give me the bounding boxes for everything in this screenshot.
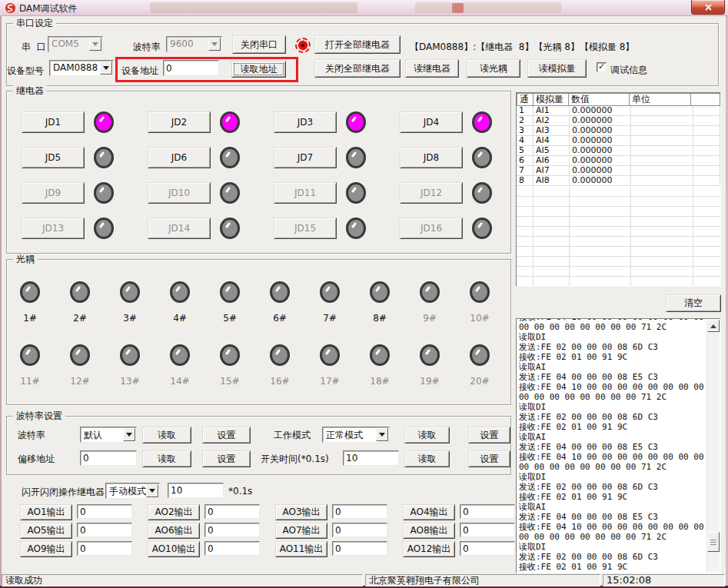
relay-button[interactable]: JD6 — [148, 147, 211, 168]
read-analog-button[interactable]: 读模拟量 — [527, 59, 587, 78]
switch-time-input[interactable] — [343, 450, 399, 466]
baud-cfg-select[interactable]: 默认 — [80, 427, 137, 443]
read-relay-button[interactable]: 读继电器 — [405, 59, 459, 78]
model-label: 设备型号 — [7, 65, 44, 78]
ao-output-button[interactable]: AO10输出 — [148, 541, 200, 557]
baud-read-button[interactable]: 读取 — [142, 427, 191, 443]
relay-button[interactable]: JD7 — [274, 147, 337, 168]
cell-unit — [631, 116, 693, 126]
relay-button[interactable]: JD13 — [22, 218, 85, 239]
ao-output-button[interactable]: AO6输出 — [148, 523, 200, 539]
relay-button[interactable]: JD2 — [148, 111, 211, 133]
ao-output-button[interactable]: AO5输出 — [20, 523, 72, 539]
table-row[interactable]: 1 AI1 0.000000 — [517, 106, 720, 116]
ao-output-input[interactable] — [204, 541, 260, 556]
relay-button[interactable]: JD12 — [400, 182, 463, 204]
ao-output-input[interactable] — [77, 504, 132, 519]
clear-log-button[interactable]: 清空 — [666, 294, 721, 312]
relay-button[interactable]: JD11 — [274, 182, 337, 204]
workmode-select[interactable]: 正常模式 — [322, 427, 390, 443]
close-button[interactable] — [691, 0, 725, 15]
close-all-relays-button[interactable]: 关闭全部继电器 — [314, 59, 401, 78]
ao-output-input[interactable] — [332, 523, 387, 537]
flash-time-input[interactable] — [168, 483, 224, 498]
relay-led — [472, 111, 492, 133]
read-address-button[interactable]: 读取地址 — [231, 61, 286, 78]
opto-led — [470, 344, 490, 366]
relay-cell: JD2 — [148, 111, 240, 134]
col-header-unit: 单位 — [629, 93, 691, 106]
ao-output-input[interactable] — [460, 523, 515, 537]
table-row[interactable]: 7 AI7 0.000000 — [517, 166, 720, 176]
offset-input[interactable] — [80, 450, 137, 466]
relay-cell: JD16 — [400, 217, 492, 240]
log-output[interactable]: 发送:FE 04 00 00 00 08 E5 C3 接收:FE 04 10 0… — [516, 318, 721, 573]
switch-set-button[interactable]: 设置 — [468, 450, 510, 467]
ao-output-input[interactable] — [204, 504, 260, 519]
open-all-relays-button[interactable]: 打开全部继电器 — [314, 35, 401, 54]
relay-button[interactable]: JD14 — [148, 218, 211, 239]
home-icon-reflection — [452, 3, 464, 13]
address-input[interactable] — [163, 60, 219, 76]
relay-button[interactable]: JD4 — [400, 111, 463, 133]
offset-set-button[interactable]: 设置 — [202, 450, 251, 467]
ao-output-input[interactable] — [460, 541, 515, 556]
table-row[interactable]: 5 AI5 0.000000 — [517, 146, 720, 156]
offset-read-button[interactable]: 读取 — [142, 450, 191, 467]
relay-button[interactable]: JD16 — [400, 218, 463, 239]
baud-set-button[interactable]: 设置 — [202, 427, 251, 443]
ao-output-button[interactable]: AO9输出 — [20, 541, 72, 557]
table-row[interactable]: 6 AI6 0.000000 — [517, 156, 720, 166]
relay-cell: JD10 — [148, 181, 240, 204]
ao-output-button[interactable]: AO2输出 — [148, 504, 200, 520]
ao-output-input[interactable] — [77, 541, 132, 556]
chevron-down-icon[interactable] — [123, 428, 135, 441]
ao-output-input[interactable] — [77, 523, 132, 537]
relay-button[interactable]: JD9 — [22, 182, 85, 204]
titlebar-reflection — [150, 2, 357, 13]
switch-read-button[interactable]: 读取 — [404, 450, 450, 467]
ao-output-button[interactable]: AO12输出 — [403, 541, 455, 557]
relay-button[interactable]: JD8 — [400, 147, 463, 168]
ao-output-input[interactable] — [332, 541, 387, 556]
relay-button[interactable]: JD1 — [22, 111, 85, 133]
opto-label: 4# — [173, 313, 187, 324]
analog-table-header: 通 模拟量 数值 单位 — [517, 93, 720, 106]
relay-button[interactable]: JD3 — [274, 111, 337, 133]
flash-mode-select[interactable]: 手动模式 — [105, 483, 160, 499]
workmode-set-button[interactable]: 设置 — [468, 427, 510, 443]
chevron-down-icon[interactable] — [376, 428, 388, 441]
log-scrollbar[interactable] — [706, 320, 720, 572]
relay-button[interactable]: JD10 — [148, 182, 211, 204]
table-row[interactable]: 2 AI2 0.000000 — [517, 116, 720, 126]
ao-output-button[interactable]: AO3输出 — [275, 504, 327, 520]
relay-cell: JD5 — [22, 146, 114, 169]
read-opto-button[interactable]: 读光耦 — [467, 59, 520, 78]
table-row[interactable]: 4 AI4 0.000000 — [517, 136, 720, 146]
ao-output-input[interactable] — [460, 504, 515, 519]
close-port-button[interactable]: 关闭串口 — [232, 35, 286, 54]
workmode-read-button[interactable]: 读取 — [404, 427, 450, 443]
ao-output-button[interactable]: AO11输出 — [275, 541, 327, 557]
opto-label: 5# — [223, 313, 237, 324]
ao-output-input[interactable] — [204, 523, 260, 537]
opto-led — [470, 281, 490, 303]
scrollbar-thumb[interactable] — [707, 532, 720, 552]
chevron-down-icon[interactable] — [146, 484, 158, 497]
cell-analog: AI2 — [534, 116, 570, 126]
relay-button[interactable]: JD5 — [22, 147, 85, 168]
table-row[interactable]: 3 AI3 0.000000 — [517, 126, 720, 136]
opto-led — [120, 281, 140, 303]
ao-output-button[interactable]: AO7输出 — [275, 523, 327, 539]
ao-output-input[interactable] — [332, 504, 387, 519]
ao-output-button[interactable]: AO8输出 — [403, 523, 455, 539]
scroll-up-icon[interactable] — [707, 320, 720, 332]
chevron-down-icon[interactable] — [100, 61, 112, 75]
opto-cell: 5# — [218, 281, 241, 344]
table-row[interactable]: 8 AI8 0.000000 — [517, 176, 720, 186]
model-select[interactable]: DAM0888 — [49, 60, 114, 76]
ao-output-button[interactable]: AO1输出 — [20, 504, 72, 520]
ao-output-button[interactable]: AO4输出 — [403, 504, 455, 520]
debug-info-checkbox[interactable] — [597, 62, 607, 72]
relay-button[interactable]: JD15 — [274, 218, 337, 239]
